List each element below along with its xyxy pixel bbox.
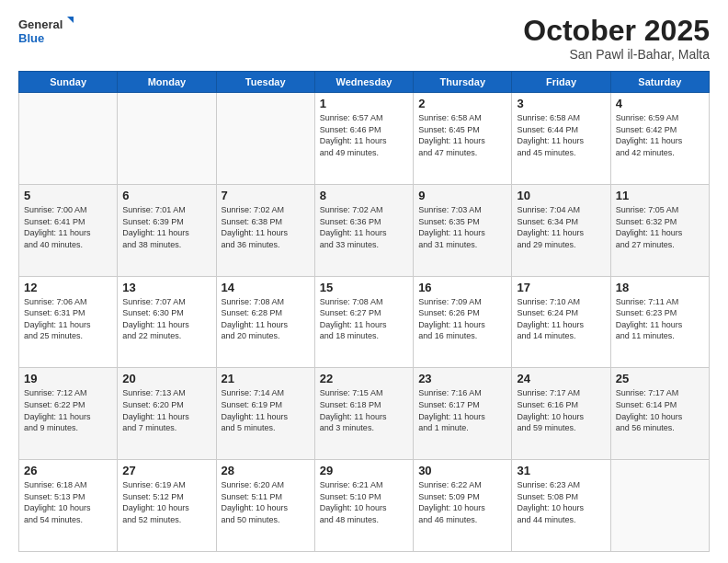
calendar-week-row: 19Sunrise: 7:12 AMSunset: 6:22 PMDayligh… xyxy=(19,368,710,460)
table-row: 26Sunrise: 6:18 AMSunset: 5:13 PMDayligh… xyxy=(19,460,118,552)
day-number: 12 xyxy=(24,281,112,294)
day-info: Sunrise: 6:21 AMSunset: 5:10 PMDaylight:… xyxy=(320,480,387,524)
day-number: 21 xyxy=(222,372,310,385)
table-row: 2Sunrise: 6:58 AMSunset: 6:45 PMDaylight… xyxy=(414,93,512,185)
table-row: 25Sunrise: 7:17 AMSunset: 6:14 PMDayligh… xyxy=(610,368,709,460)
day-info: Sunrise: 6:19 AMSunset: 5:12 PMDaylight:… xyxy=(122,480,189,524)
page: General Blue October 2025 San Pawl il-Ba… xyxy=(0,0,728,563)
day-info: Sunrise: 7:08 AMSunset: 6:27 PMDaylight:… xyxy=(320,297,387,341)
header: General Blue October 2025 San Pawl il-Ba… xyxy=(18,15,710,62)
day-info: Sunrise: 7:17 AMSunset: 6:16 PMDaylight:… xyxy=(517,388,584,432)
header-sunday: Sunday xyxy=(19,72,118,93)
svg-text:Blue: Blue xyxy=(18,31,44,45)
title-block: October 2025 San Pawl il-Bahar, Malta xyxy=(523,15,710,62)
day-number: 15 xyxy=(320,281,408,294)
table-row xyxy=(610,460,709,552)
calendar-week-row: 1Sunrise: 6:57 AMSunset: 6:46 PMDaylight… xyxy=(19,93,710,185)
day-info: Sunrise: 7:00 AMSunset: 6:41 PMDaylight:… xyxy=(24,205,91,249)
table-row: 30Sunrise: 6:22 AMSunset: 5:09 PMDayligh… xyxy=(414,460,512,552)
day-info: Sunrise: 7:17 AMSunset: 6:14 PMDaylight:… xyxy=(616,388,683,432)
day-number: 31 xyxy=(517,464,605,477)
table-row: 14Sunrise: 7:08 AMSunset: 6:28 PMDayligh… xyxy=(216,276,314,368)
day-info: Sunrise: 6:23 AMSunset: 5:08 PMDaylight:… xyxy=(517,480,584,524)
day-number: 4 xyxy=(616,97,704,110)
day-info: Sunrise: 6:18 AMSunset: 5:13 PMDaylight:… xyxy=(24,480,91,524)
day-info: Sunrise: 7:09 AMSunset: 6:26 PMDaylight:… xyxy=(418,297,485,341)
table-row: 31Sunrise: 6:23 AMSunset: 5:08 PMDayligh… xyxy=(512,460,610,552)
day-number: 26 xyxy=(24,464,112,477)
day-number: 17 xyxy=(517,281,605,294)
table-row xyxy=(216,93,314,185)
day-number: 30 xyxy=(418,464,506,477)
day-number: 9 xyxy=(418,189,506,202)
table-row: 16Sunrise: 7:09 AMSunset: 6:26 PMDayligh… xyxy=(414,276,512,368)
table-row xyxy=(118,93,216,185)
header-friday: Friday xyxy=(512,72,610,93)
header-thursday: Thursday xyxy=(414,72,512,93)
day-number: 23 xyxy=(418,372,506,385)
table-row: 11Sunrise: 7:05 AMSunset: 6:32 PMDayligh… xyxy=(610,184,709,276)
day-info: Sunrise: 7:08 AMSunset: 6:28 PMDaylight:… xyxy=(222,297,289,341)
day-number: 18 xyxy=(616,281,704,294)
table-row: 10Sunrise: 7:04 AMSunset: 6:34 PMDayligh… xyxy=(512,184,610,276)
calendar-header-row: Sunday Monday Tuesday Wednesday Thursday… xyxy=(19,72,710,93)
day-info: Sunrise: 7:02 AMSunset: 6:36 PMDaylight:… xyxy=(320,205,387,249)
table-row: 22Sunrise: 7:15 AMSunset: 6:18 PMDayligh… xyxy=(314,368,413,460)
header-tuesday: Tuesday xyxy=(216,72,314,93)
table-row xyxy=(19,93,118,185)
table-row: 5Sunrise: 7:00 AMSunset: 6:41 PMDaylight… xyxy=(19,184,118,276)
table-row: 18Sunrise: 7:11 AMSunset: 6:23 PMDayligh… xyxy=(610,276,709,368)
table-row: 6Sunrise: 7:01 AMSunset: 6:39 PMDaylight… xyxy=(118,184,216,276)
day-number: 2 xyxy=(418,97,506,110)
header-saturday: Saturday xyxy=(610,72,709,93)
day-number: 14 xyxy=(222,281,310,294)
day-number: 10 xyxy=(517,189,605,202)
day-info: Sunrise: 6:57 AMSunset: 6:46 PMDaylight:… xyxy=(320,113,387,157)
calendar-week-row: 12Sunrise: 7:06 AMSunset: 6:31 PMDayligh… xyxy=(19,276,710,368)
day-info: Sunrise: 7:03 AMSunset: 6:35 PMDaylight:… xyxy=(418,205,485,249)
day-info: Sunrise: 7:01 AMSunset: 6:39 PMDaylight:… xyxy=(122,205,189,249)
calendar-title: October 2025 xyxy=(523,15,710,47)
calendar-week-row: 5Sunrise: 7:00 AMSunset: 6:41 PMDaylight… xyxy=(19,184,710,276)
day-info: Sunrise: 7:07 AMSunset: 6:30 PMDaylight:… xyxy=(122,297,189,341)
day-number: 3 xyxy=(517,97,605,110)
day-info: Sunrise: 7:11 AMSunset: 6:23 PMDaylight:… xyxy=(616,297,683,341)
table-row: 21Sunrise: 7:14 AMSunset: 6:19 PMDayligh… xyxy=(216,368,314,460)
day-info: Sunrise: 6:22 AMSunset: 5:09 PMDaylight:… xyxy=(418,480,485,524)
day-number: 27 xyxy=(122,464,210,477)
day-info: Sunrise: 7:13 AMSunset: 6:20 PMDaylight:… xyxy=(122,388,189,432)
table-row: 23Sunrise: 7:16 AMSunset: 6:17 PMDayligh… xyxy=(414,368,512,460)
table-row: 12Sunrise: 7:06 AMSunset: 6:31 PMDayligh… xyxy=(19,276,118,368)
table-row: 9Sunrise: 7:03 AMSunset: 6:35 PMDaylight… xyxy=(414,184,512,276)
day-number: 5 xyxy=(24,189,112,202)
day-number: 25 xyxy=(616,372,704,385)
table-row: 29Sunrise: 6:21 AMSunset: 5:10 PMDayligh… xyxy=(314,460,413,552)
day-info: Sunrise: 7:16 AMSunset: 6:17 PMDaylight:… xyxy=(418,388,485,432)
logo-svg: General Blue xyxy=(18,15,74,48)
calendar-table: Sunday Monday Tuesday Wednesday Thursday… xyxy=(18,71,710,552)
day-number: 24 xyxy=(517,372,605,385)
day-info: Sunrise: 7:15 AMSunset: 6:18 PMDaylight:… xyxy=(320,388,387,432)
day-number: 20 xyxy=(122,372,210,385)
calendar-body: 1Sunrise: 6:57 AMSunset: 6:46 PMDaylight… xyxy=(19,93,710,552)
table-row: 4Sunrise: 6:59 AMSunset: 6:42 PMDaylight… xyxy=(610,93,709,185)
table-row: 24Sunrise: 7:17 AMSunset: 6:16 PMDayligh… xyxy=(512,368,610,460)
day-number: 1 xyxy=(320,97,408,110)
day-info: Sunrise: 6:59 AMSunset: 6:42 PMDaylight:… xyxy=(616,113,683,157)
day-number: 13 xyxy=(122,281,210,294)
svg-text:General: General xyxy=(18,17,63,31)
day-info: Sunrise: 6:58 AMSunset: 6:44 PMDaylight:… xyxy=(517,113,584,157)
table-row: 27Sunrise: 6:19 AMSunset: 5:12 PMDayligh… xyxy=(118,460,216,552)
calendar-location: San Pawl il-Bahar, Malta xyxy=(523,47,710,62)
day-info: Sunrise: 7:05 AMSunset: 6:32 PMDaylight:… xyxy=(616,205,683,249)
table-row: 19Sunrise: 7:12 AMSunset: 6:22 PMDayligh… xyxy=(19,368,118,460)
table-row: 20Sunrise: 7:13 AMSunset: 6:20 PMDayligh… xyxy=(118,368,216,460)
table-row: 7Sunrise: 7:02 AMSunset: 6:38 PMDaylight… xyxy=(216,184,314,276)
day-number: 7 xyxy=(222,189,310,202)
day-info: Sunrise: 7:06 AMSunset: 6:31 PMDaylight:… xyxy=(24,297,91,341)
calendar-week-row: 26Sunrise: 6:18 AMSunset: 5:13 PMDayligh… xyxy=(19,460,710,552)
logo: General Blue xyxy=(18,15,74,48)
day-number: 29 xyxy=(320,464,408,477)
day-info: Sunrise: 7:02 AMSunset: 6:38 PMDaylight:… xyxy=(222,205,289,249)
table-row: 13Sunrise: 7:07 AMSunset: 6:30 PMDayligh… xyxy=(118,276,216,368)
